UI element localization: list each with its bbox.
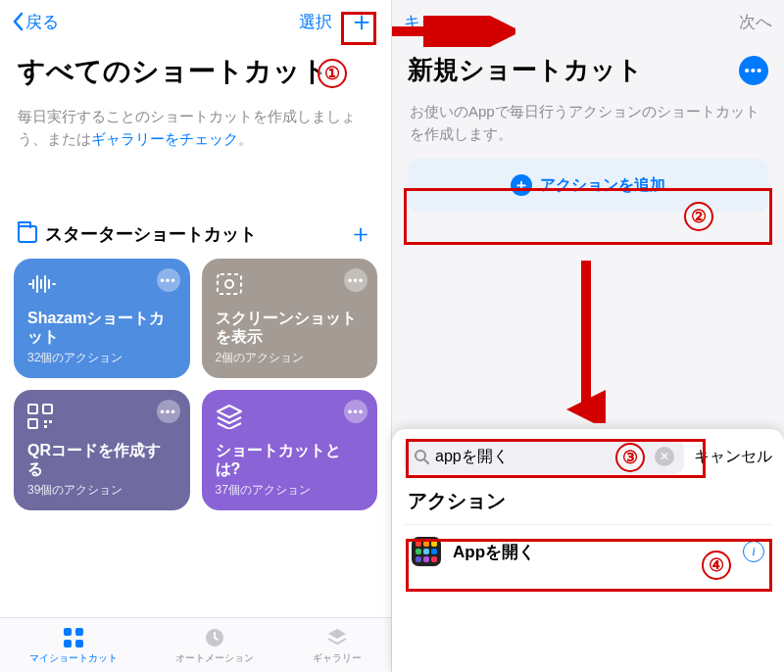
new-shortcut-title: 新規ショートカット <box>408 53 643 87</box>
annotation-3: ③ <box>615 443 645 472</box>
add-action-label: アクションを追加 <box>540 175 665 196</box>
page-description: 毎日実行することのショートカットを作成しましょう、またはギャラリーをチェック。 <box>0 94 391 162</box>
svg-rect-0 <box>218 274 241 294</box>
next-button[interactable]: 次へ <box>739 11 772 33</box>
camera-icon <box>216 272 365 302</box>
svg-rect-11 <box>75 640 83 648</box>
tab-automation[interactable]: オートメーション <box>175 626 254 665</box>
back-label: 戻る <box>25 11 59 33</box>
tile-more-icon[interactable]: ••• <box>157 400 180 423</box>
waveform-icon <box>27 272 176 302</box>
svg-rect-9 <box>75 628 83 636</box>
tab-gallery[interactable]: ギャラリー <box>313 626 362 665</box>
tile-whatis[interactable]: ••• ショートカットとは? 37個のアクション <box>202 390 378 510</box>
tile-shazam[interactable]: ••• Shazamショートカット 32個のアクション <box>14 259 190 378</box>
svg-rect-2 <box>28 405 37 413</box>
svg-rect-10 <box>64 640 72 648</box>
layers-icon <box>216 404 365 435</box>
app-grid-icon <box>412 537 441 566</box>
gallery-link[interactable]: ギャラリーをチェック <box>91 130 238 147</box>
add-shortcut-button[interactable]: ＋ <box>344 3 379 40</box>
section-title: スターターショートカット <box>45 222 257 246</box>
tile-more-icon[interactable]: ••• <box>157 268 180 292</box>
grid-icon <box>62 626 85 649</box>
tile-more-icon[interactable]: ••• <box>344 268 368 292</box>
annotation-1: ① <box>318 59 347 88</box>
svg-rect-3 <box>43 405 52 413</box>
add-action-button[interactable]: ＋ アクションを追加 <box>408 159 768 212</box>
svg-point-1 <box>225 280 233 288</box>
svg-line-14 <box>424 459 428 463</box>
annotation-arrow-2 <box>566 257 606 423</box>
svg-rect-4 <box>28 419 37 428</box>
nav-bar-left: 戻る 選択 ＋ <box>0 0 391 43</box>
tab-my-shortcuts[interactable]: マイショートカット <box>29 626 118 665</box>
back-button[interactable]: 戻る <box>12 11 59 33</box>
tile-screenshot[interactable]: ••• スクリーンショットを表示 2個のアクション <box>202 259 378 378</box>
annotation-arrow-1 <box>388 16 515 47</box>
result-label: Appを開く <box>453 541 731 563</box>
tab-bar: マイショートカット オートメーション ギャラリー <box>0 617 391 672</box>
select-button[interactable]: 選択 <box>299 11 332 33</box>
tile-qr[interactable]: ••• QRコードを作成する 39個のアクション <box>14 390 190 510</box>
section-add-button[interactable]: ＋ <box>348 216 373 251</box>
tile-more-icon[interactable]: ••• <box>344 400 368 423</box>
annotation-2: ② <box>684 202 713 231</box>
svg-rect-7 <box>44 425 47 428</box>
new-shortcut-desc: お使いのAppで毎日行うアクションのショートカットを作成します。 <box>392 91 784 151</box>
info-icon[interactable]: i <box>743 541 764 562</box>
folder-icon <box>18 225 37 243</box>
starter-section-header: スターターショートカット ＋ <box>0 201 391 259</box>
svg-rect-8 <box>64 628 72 636</box>
qr-icon <box>27 404 176 435</box>
results-section-header: アクション <box>408 488 768 514</box>
plus-circle-icon: ＋ <box>511 174 532 196</box>
more-options-button[interactable]: ••• <box>739 56 768 85</box>
clock-icon <box>203 626 226 649</box>
annotation-4: ④ <box>702 551 731 580</box>
chevron-left-icon <box>12 12 24 31</box>
action-search-sheet: ✕ キャンセル アクション Appを開く i <box>392 429 784 672</box>
search-icon <box>414 449 429 464</box>
stack-icon <box>325 626 349 649</box>
clear-search-icon[interactable]: ✕ <box>655 447 674 466</box>
svg-rect-6 <box>49 420 52 423</box>
search-cancel-button[interactable]: キャンセル <box>694 447 772 467</box>
svg-rect-5 <box>44 420 47 423</box>
